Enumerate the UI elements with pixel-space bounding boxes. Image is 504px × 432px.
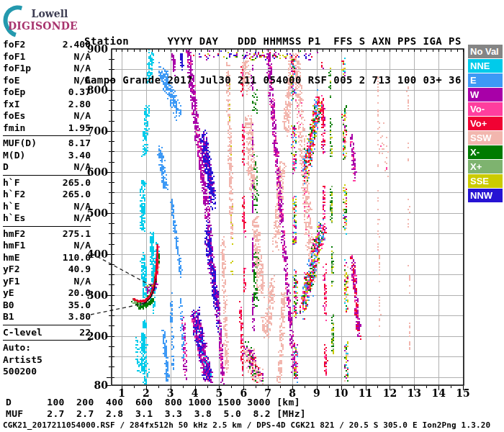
param-label: B0 xyxy=(3,300,14,312)
logo-lowell-text: Lowell xyxy=(24,8,76,19)
legend-item-Vo-: Vo- xyxy=(468,102,503,116)
param-value: N/A xyxy=(74,63,91,75)
param-value: N/A xyxy=(74,276,91,288)
distance-row: D 100 200 400 600 800 1000 1500 3000 [km… xyxy=(6,397,300,408)
param-value: N/A xyxy=(74,161,91,174)
param-row-yF2: yF240.9 xyxy=(3,264,91,276)
param-row-D: DN/A xyxy=(3,161,91,174)
legend-item-NNE: NNE xyxy=(468,59,503,73)
param-row-M(D): M(D)3.40 xyxy=(3,150,91,162)
param-value: 3.40 xyxy=(68,150,91,162)
ionogram-page: Lowell DIGISONDE Station YYYY DAY DDD HH… xyxy=(0,0,504,432)
panel-divider xyxy=(3,135,91,136)
param-label: fmin xyxy=(3,122,25,135)
param-value: 35.0 xyxy=(68,300,91,312)
param-row-foEp: foEp0.37 xyxy=(3,86,91,99)
param-value: 1.95 xyxy=(68,122,91,135)
panel-footer-line: Artist5 xyxy=(3,354,91,366)
param-label: foF1 xyxy=(3,51,25,63)
param-value: N/A xyxy=(74,212,91,225)
param-label: yF2 xyxy=(3,264,19,276)
panel-divider xyxy=(3,226,91,227)
legend-item-X-: X- xyxy=(468,145,503,159)
param-row-h`F2: h`F2265.0 xyxy=(3,189,91,201)
legend-item-NoVal: No Val xyxy=(468,45,503,58)
param-label: B1 xyxy=(3,311,14,323)
parameter-panel: foF22.400foF1N/AfoF1pN/AfoEN/AfoEp0.37fx… xyxy=(3,39,91,378)
panel-footer-line: 500200 xyxy=(3,366,91,378)
param-row-foF1: foF1N/A xyxy=(3,51,91,63)
panel-divider xyxy=(3,340,91,341)
param-row-hmE: hmE110.0 xyxy=(3,252,91,264)
param-value: 275.1 xyxy=(63,228,91,240)
legend-item-E: E xyxy=(468,73,503,87)
param-row-foF2: foF22.400 xyxy=(3,39,91,51)
param-value: 265.0 xyxy=(63,177,91,189)
param-row-fxI: fxI2.80 xyxy=(3,99,91,111)
param-row-h`F: h`F265.0 xyxy=(3,177,91,189)
param-value: 2.80 xyxy=(68,99,91,111)
legend-item-SSW: SSW xyxy=(468,131,503,145)
param-row-h`Es: h`EsN/A xyxy=(3,212,91,225)
param-label: foE xyxy=(3,75,19,87)
muf-row: MUF 2.7 2.7 2.8 3.1 3.3 3.8 5.0 8.2 [MHz… xyxy=(6,408,306,419)
param-value: 110.0 xyxy=(63,252,91,264)
param-label: C-level xyxy=(3,327,42,339)
param-value: N/A xyxy=(74,110,91,122)
param-label: hmE xyxy=(3,252,19,264)
legend-item-X+: X+ xyxy=(468,160,503,174)
logo-digisonde-text: DIGISONDE xyxy=(8,20,80,32)
param-label: hmF1 xyxy=(3,240,25,252)
param-row-fmin: fmin1.95 xyxy=(3,122,91,135)
legend-item-Vo+: Vo+ xyxy=(468,117,503,130)
param-row-h`E: h`EN/A xyxy=(3,201,91,213)
param-value: 8.17 xyxy=(68,138,91,150)
legend-item-NNW: NNW xyxy=(468,189,503,202)
param-value: 20.0 xyxy=(68,287,91,300)
param-label: yE xyxy=(3,287,14,300)
param-row-yF1: yF1N/A xyxy=(3,276,91,288)
param-row-foE: foEN/A xyxy=(3,75,91,87)
param-row-foF1p: foF1pN/A xyxy=(3,63,91,75)
header-line-columns: Station YYYY DAY DDD HHMMSS P1 FFS S AXN… xyxy=(84,35,462,48)
param-label: D xyxy=(3,161,9,174)
param-row-yE: yE20.0 xyxy=(3,287,91,300)
param-label: foEs xyxy=(3,110,25,122)
param-row-B1: B13.80 xyxy=(3,311,91,323)
panel-divider xyxy=(3,175,91,176)
panel-footer-line: Auto: xyxy=(3,342,91,354)
param-label: foF1p xyxy=(3,63,31,75)
file-info-line: CGK21_2017211054000.RSF / 284fx512h 50 k… xyxy=(3,420,490,430)
param-label: h`F xyxy=(3,177,19,189)
param-row-B0: B035.0 xyxy=(3,300,91,312)
param-label: h`Es xyxy=(3,212,25,225)
param-value: N/A xyxy=(74,75,91,87)
param-label: fxI xyxy=(3,99,19,111)
param-value: 3.80 xyxy=(68,311,91,323)
param-value: 265.0 xyxy=(63,189,91,201)
param-label: yF1 xyxy=(3,276,19,288)
param-value: 40.9 xyxy=(68,264,91,276)
param-value: N/A xyxy=(74,201,91,213)
param-value: N/A xyxy=(74,240,91,252)
echo-type-legend: No ValNNEEWVo-Vo+SSWX-X+SSENNW xyxy=(468,45,503,203)
param-row-hmF2: hmF2275.1 xyxy=(3,228,91,240)
param-label: M(D) xyxy=(3,150,25,162)
param-row-foEs: foEsN/A xyxy=(3,110,91,122)
panel-divider xyxy=(3,325,91,325)
param-label: h`E xyxy=(3,201,19,213)
param-value: 0.37 xyxy=(68,86,91,99)
param-row-C-level: C-level22 xyxy=(3,327,91,339)
param-label: foEp xyxy=(3,86,25,99)
param-label: h`F2 xyxy=(3,189,25,201)
legend-item-W: W xyxy=(468,88,503,102)
param-value: 22 xyxy=(79,327,91,339)
lowell-digisonde-logo: Lowell DIGISONDE xyxy=(2,4,81,35)
legend-item-SSE: SSE xyxy=(468,174,503,188)
header-line-values: Campo Grande 2017 Jul30 211 054000 RSF 0… xyxy=(84,73,462,86)
param-value: 2.400 xyxy=(63,39,91,51)
param-row-MUF(D): MUF(D)8.17 xyxy=(3,138,91,150)
station-header: Station YYYY DAY DDD HHMMSS P1 FFS S AXN… xyxy=(84,9,462,112)
param-value: N/A xyxy=(74,51,91,63)
param-label: MUF(D) xyxy=(3,138,37,150)
